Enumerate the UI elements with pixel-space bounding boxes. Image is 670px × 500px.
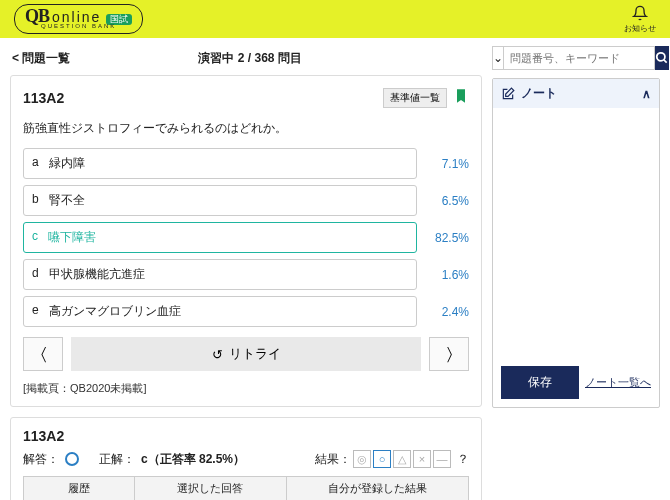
bookmark-icon[interactable] [453, 86, 469, 109]
topbar: < 問題一覧 演習中 2 / 368 問目 [10, 46, 482, 75]
result-cross[interactable]: × [413, 450, 431, 468]
result-dash[interactable]: ― [433, 450, 451, 468]
back-link[interactable]: < 問題一覧 [12, 50, 70, 67]
question-text: 筋強直性ジストロフィーでみられるのはどれか。 [23, 119, 469, 138]
answer-circle-icon [65, 452, 79, 466]
logo-tagline: QUESTION BANK [41, 23, 116, 29]
th-selected: 選択した回答 [134, 477, 286, 500]
bell-label: お知らせ [624, 23, 656, 34]
prev-button[interactable]: 〈 [23, 337, 63, 371]
choice-pct: 7.1% [425, 157, 469, 171]
svg-line-1 [664, 60, 667, 63]
bell-icon [632, 5, 648, 21]
edit-icon [501, 87, 515, 101]
app-header: QB online 国試 QUESTION BANK お知らせ [0, 0, 670, 38]
th-registered: 自分が登録した結果 [286, 477, 468, 500]
result-triangle[interactable]: △ [393, 450, 411, 468]
search-toggle[interactable]: ⌄ [492, 46, 503, 70]
notifications-button[interactable]: お知らせ [624, 5, 656, 34]
choice-pct: 82.5% [425, 231, 469, 245]
note-textarea[interactable] [493, 108, 659, 358]
note-list-link[interactable]: ノート一覧へ [585, 375, 651, 390]
retry-icon: ↺ [212, 347, 223, 362]
retry-button[interactable]: ↺リトライ [71, 337, 421, 371]
choice-b[interactable]: b腎不全 [23, 185, 417, 216]
question-card: 113A2 基準値一覧 筋強直性ジストロフィーでみられるのはどれか。 a緑内障7… [10, 75, 482, 407]
choice-pct: 1.6% [425, 268, 469, 282]
choice-e[interactable]: e高ガンマグロブリン血症 [23, 296, 417, 327]
result-double-circle[interactable]: ◎ [353, 450, 371, 468]
answer-card: 113A2 解答： 正解： c（正答率 82.5%） 結果： ◎ ○ △ × ―… [10, 417, 482, 500]
publication-line: [掲載頁：QB2020未掲載] [23, 381, 469, 396]
result-circle[interactable]: ○ [373, 450, 391, 468]
question-id: 113A2 [23, 90, 64, 106]
history-table: 履歴 選択した回答 自分が登録した結果 2019/11/21c（〇正解）○201… [23, 476, 469, 500]
choice-d[interactable]: d甲状腺機能亢進症 [23, 259, 417, 290]
note-title: ノート [521, 85, 557, 102]
choice-pct: 2.4% [425, 305, 469, 319]
search-input[interactable] [503, 46, 655, 70]
search-row: ⌄ [492, 46, 660, 70]
logo-online: online [52, 10, 101, 24]
next-button[interactable]: 〉 [429, 337, 469, 371]
note-panel: ノート ∧ 保存 ノート一覧へ [492, 78, 660, 408]
save-button[interactable]: 保存 [501, 366, 579, 399]
chevron-up-icon: ∧ [642, 87, 651, 101]
correct-text: c（正答率 82.5%） [141, 451, 245, 468]
chevron-down-icon: ⌄ [493, 51, 503, 65]
help-icon[interactable]: ？ [457, 451, 469, 468]
search-button[interactable] [655, 46, 669, 70]
correct-label: 正解： [99, 451, 135, 468]
svg-point-0 [657, 53, 665, 61]
choice-a[interactable]: a緑内障 [23, 148, 417, 179]
reference-values-button[interactable]: 基準値一覧 [383, 88, 447, 108]
progress-label: 演習中 2 / 368 問目 [198, 50, 301, 67]
note-header[interactable]: ノート ∧ [493, 79, 659, 108]
answer-label: 解答： [23, 451, 59, 468]
choice-pct: 6.5% [425, 194, 469, 208]
logo[interactable]: QB online 国試 QUESTION BANK [14, 4, 143, 34]
th-history: 履歴 [24, 477, 135, 500]
choice-c[interactable]: c嚥下障害 [23, 222, 417, 253]
answer-id: 113A2 [23, 428, 469, 444]
result-label: 結果： [315, 451, 351, 468]
search-icon [655, 51, 669, 65]
